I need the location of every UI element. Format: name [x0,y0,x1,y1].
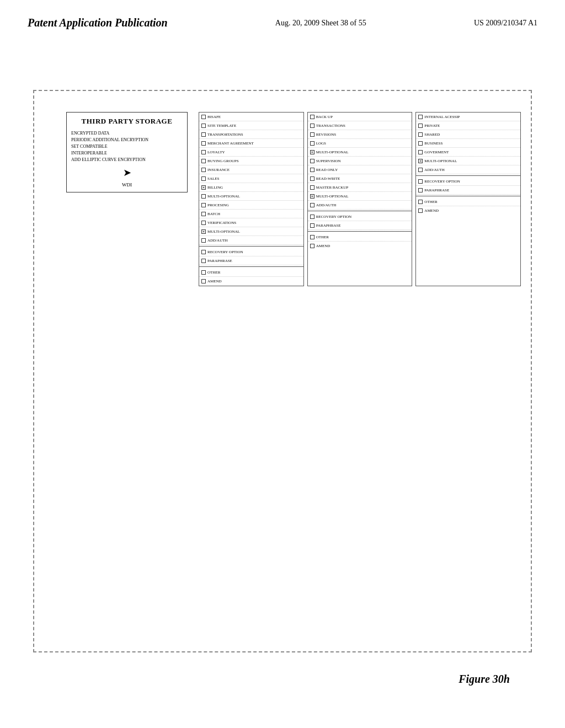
col3-other-checkbox[interactable] [418,200,423,204]
col1-procesing-checkbox[interactable] [201,203,206,207]
col2-read-write-checkbox[interactable] [310,176,315,181]
col2-master-backup: MASTER BACKUP [308,183,412,192]
storage-item-1: ENCRYPTED DATA [71,130,183,137]
col3-recovery-checkbox[interactable] [418,179,423,184]
col2-amend-checkbox[interactable] [310,244,315,248]
col1-recovery: RECOVERY OPTION [199,248,303,256]
col2-read-only-checkbox[interactable] [310,168,315,172]
col1-insurance-label: INSURANCE [207,168,230,172]
col2-other-label: OTHER [316,235,329,239]
col3-amend-checkbox[interactable] [418,208,423,213]
figure-label: Figure 30h [459,673,510,686]
col2-read-write: READ-WRITE [308,174,412,183]
col2-paraphrase-checkbox[interactable] [310,223,315,228]
col2-multi-optional-2-label: MULTI-OPTIONAL [316,194,349,199]
col1-transportations-checkbox[interactable] [201,132,206,137]
col2-add-auth-checkbox[interactable] [310,203,315,207]
patent-number: US 2009/210347 A1 [474,19,537,28]
col2-logs-checkbox[interactable] [310,141,315,146]
col2-supervision-label: SUPERVISION [316,159,341,163]
col2-divider-1 [308,211,412,211]
col1-add-auth-checkbox[interactable] [201,238,206,243]
col2-transactions-label: TRANSACTIONS [316,124,345,128]
col1-billing-checkbox[interactable] [201,185,206,190]
col2-master-backup-checkbox[interactable] [310,185,315,190]
col2-transactions: TRANSACTIONS [308,121,412,130]
col1-recovery-checkbox[interactable] [201,250,206,254]
col3-internal-label: INTERNAL ACESSIP [424,115,460,119]
col2-recovery-checkbox[interactable] [310,215,315,219]
col1-procesing: PROCESING [199,201,303,210]
col1-multi-optional-2: MULTI-OPTIONAL [199,227,303,236]
col1-site-template-checkbox[interactable] [201,124,206,128]
col2-transactions-checkbox[interactable] [310,124,315,128]
storage-item-4: INTEROPERABLE [71,150,183,157]
col3-multi-optional-checkbox[interactable] [418,159,423,163]
col1-other-checkbox[interactable] [201,270,206,275]
col3-paraphrase: PARAPHRASE [416,186,520,195]
col2-multi-optional-2: MULTI-OPTIONAL [308,192,412,201]
col3-multi-optional-label: MULTI-OPTIONAL [424,159,457,163]
col1-billing-label: BILLING [207,185,223,190]
col3-divider-2 [416,196,520,196]
col2-read-only-label: READ ONLY [316,168,338,172]
diagram-area: THIRD PARTY STORAGE ENCRYPTED DATA PERIO… [0,35,565,719]
col3-private-label: PRIVATE [424,124,440,128]
col2-other: OTHER [308,233,412,242]
col1-multi-optional-2-checkbox[interactable] [201,229,206,234]
col1-loyalty-checkbox[interactable] [201,150,206,154]
storage-wdi-label: WDI [71,182,183,188]
col1-procesing-label: PROCESING [207,203,229,207]
col2-multi-optional-label: MULTI-OPTIONAL [316,150,349,154]
col1-loyalty-label: LOYALTY [207,150,225,154]
col1-merchant-checkbox[interactable] [201,141,206,146]
col3-other: OTHER [416,197,520,206]
col1-multi-optional-checkbox[interactable] [201,194,206,199]
col1-paraphrase-label: PARAPHRASE [207,259,232,263]
col2-logs-label: LOGS [316,141,326,146]
col2-supervision: SUPERVISION [308,157,412,165]
col1-amend: AMEND [199,277,303,286]
sheet-info: Aug. 20, 2009 Sheet 38 of 55 [275,19,366,28]
col3-paraphrase-checkbox[interactable] [418,188,423,192]
columns-area: BISAFE SITE TEMPLATE TRANSPORTATIONS MER… [199,112,521,286]
col2-amend-label: AMEND [316,244,331,248]
col2-multi-optional-checkbox[interactable] [310,150,315,154]
col1-verifications: VERIFICATIONS [199,218,303,227]
col1-amend-label: AMEND [207,279,222,283]
col3-add-auth: ADD/AUTH [416,165,520,174]
col3-private-checkbox[interactable] [418,124,423,128]
col3-recovery: RECOVERY OPTION [416,177,520,186]
col2-supervision-checkbox[interactable] [310,159,315,163]
col2-paraphrase: PARAPHRASE [308,221,412,230]
col1-amend-checkbox[interactable] [201,279,206,283]
col2-backup-checkbox[interactable] [310,115,315,119]
col3-business-checkbox[interactable] [418,141,423,146]
col1-sales-label: SALES [207,176,219,181]
col2-multi-optional-2-checkbox[interactable] [310,194,315,199]
col1-verifications-checkbox[interactable] [201,221,206,225]
col2-other-checkbox[interactable] [310,235,315,239]
col3-shared-checkbox[interactable] [418,132,423,137]
col3-private: PRIVATE [416,121,520,130]
col3-internal-checkbox[interactable] [418,115,423,119]
col1-insurance-checkbox[interactable] [201,168,206,172]
col3-multi-optional: MULTI-OPTIONAL [416,157,520,165]
col1-batch-checkbox[interactable] [201,212,206,216]
storage-item-3: SET COMPATIBLE [71,143,183,150]
col3-other-label: OTHER [424,200,437,204]
storage-title: THIRD PARTY STORAGE [71,117,183,126]
col1-bisafe-checkbox[interactable] [201,115,206,119]
col1-billing: BILLING [199,183,303,192]
col1-buying-groups-checkbox[interactable] [201,159,206,163]
col2-revisions-checkbox[interactable] [310,132,315,137]
col3-government-checkbox[interactable] [418,150,423,154]
column-3-panel: INTERNAL ACESSIP PRIVATE SHARED BUSINESS… [415,112,521,286]
col3-add-auth-checkbox[interactable] [418,168,423,172]
col1-sales-checkbox[interactable] [201,176,206,181]
col1-other: OTHER [199,268,303,277]
column-1-panel: BISAFE SITE TEMPLATE TRANSPORTATIONS MER… [199,112,304,286]
storage-items: ENCRYPTED DATA PERIODIC ADDITIONAL ENCRY… [71,130,183,163]
col1-batch-label: BATCH [207,212,220,216]
col1-paraphrase-checkbox[interactable] [201,259,206,263]
